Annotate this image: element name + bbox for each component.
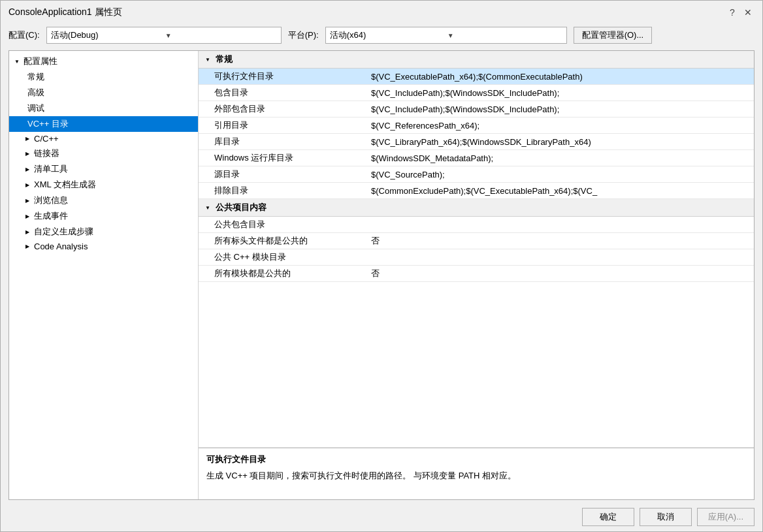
prop-reference-path[interactable]: 引用目录 $(VC_ReferencesPath_x64); [199, 117, 754, 134]
sidebar-item-linker[interactable]: 链接器 [9, 146, 198, 161]
prop-all-modules-public-value: 否 [371, 268, 749, 279]
sidebar-item-xml[interactable]: XML 文档生成器 [9, 177, 198, 193]
config-dropdown-arrow: ▼ [165, 32, 277, 39]
sidebar-item-browser[interactable]: 浏览信息 [9, 193, 198, 208]
sidebar-item-build-events[interactable]: 生成事件 [9, 208, 198, 224]
content-panel: 常规 可执行文件目录 $(VC_ExecutablePath_x64);$(Co… [199, 51, 754, 499]
sidebar-item-general-label: 常规 [27, 72, 44, 82]
sidebar-item-vcpp[interactable]: VC++ 目录 [9, 116, 198, 132]
description-title: 可执行文件目录 [206, 454, 746, 465]
prop-exclude-path-name: 排除目录 [214, 185, 371, 196]
close-button[interactable]: ✕ [741, 6, 755, 19]
section-general-label: 常规 [216, 54, 233, 65]
prop-external-include-name: 外部包含目录 [214, 103, 371, 115]
sidebar-item-advanced[interactable]: 高级 [9, 85, 198, 101]
sidebar-linker-triangle [24, 149, 31, 157]
section-public-triangle [204, 204, 212, 211]
dialog-title: ConsoleApplication1 属性页 [8, 7, 122, 18]
prop-executable-path[interactable]: 可执行文件目录 $(VC_ExecutablePath_x64);$(Commo… [199, 69, 754, 85]
help-button[interactable]: ? [726, 6, 739, 19]
prop-exclude-path-value: $(CommonExcludePath);$(VC_ExecutablePath… [371, 186, 749, 196]
sidebar-cpp-triangle [24, 135, 31, 143]
prop-winrt-path-value: $(WindowsSDK_MetadataPath); [371, 153, 749, 163]
section-public-label: 公共项目内容 [216, 202, 267, 213]
config-bar: 配置(C): 活动(Debug) ▼ 平台(P): 活动(x64) ▼ 配置管理… [1, 23, 762, 48]
prop-exclude-path[interactable]: 排除目录 $(CommonExcludePath);$(VC_Executabl… [199, 183, 754, 199]
prop-include-path-value: $(VC_IncludePath);$(WindowsSDK_IncludePa… [371, 88, 749, 98]
main-content: 配置属性 常规 高级 调试 VC++ 目录 C/C++ 链接器 [8, 50, 755, 500]
sidebar-root-label: 配置属性 [24, 55, 57, 67]
prop-all-headers-public[interactable]: 所有标头文件都是公共的 否 [199, 233, 754, 249]
prop-library-path[interactable]: 库目录 $(VC_LibraryPath_x64);$(WindowsSDK_L… [199, 134, 754, 150]
sidebar: 配置属性 常规 高级 调试 VC++ 目录 C/C++ 链接器 [9, 51, 199, 499]
sidebar-item-xml-label: XML 文档生成器 [34, 179, 96, 191]
prop-public-module-dir[interactable]: 公共 C++ 模块目录 [199, 249, 754, 266]
sidebar-browser-triangle [24, 196, 31, 204]
prop-include-path-name: 包含目录 [214, 87, 371, 99]
sidebar-code-analysis-triangle [24, 243, 31, 251]
prop-library-path-value: $(VC_LibraryPath_x64);$(WindowsSDK_Libra… [371, 137, 749, 147]
sidebar-build-events-triangle [24, 212, 31, 220]
sidebar-item-advanced-label: 高级 [27, 87, 44, 97]
prop-external-include-value: $(VC_IncludePath);$(WindowsSDK_IncludePa… [371, 104, 749, 114]
sidebar-item-custom-build[interactable]: 自定义生成步骤 [9, 224, 198, 240]
sidebar-item-cleaner[interactable]: 清单工具 [9, 161, 198, 177]
config-value: 活动(Debug) [51, 29, 163, 41]
sidebar-item-debug-label: 调试 [27, 103, 44, 113]
sidebar-cleaner-triangle [24, 165, 31, 173]
section-general-triangle [204, 55, 212, 63]
prop-include-path[interactable]: 包含目录 $(VC_IncludePath);$(WindowsSDK_Incl… [199, 85, 754, 101]
sidebar-custom-build-triangle [24, 228, 31, 236]
sidebar-item-code-analysis[interactable]: Code Analysis [9, 240, 198, 253]
config-label: 配置(C): [8, 29, 40, 41]
sidebar-item-cleaner-label: 清单工具 [34, 163, 68, 175]
config-manager-button[interactable]: 配置管理器(O)... [574, 27, 653, 44]
prop-library-path-name: 库目录 [214, 136, 371, 148]
sidebar-item-code-analysis-label: Code Analysis [34, 242, 88, 251]
sidebar-item-vcpp-label: VC++ 目录 [27, 119, 69, 129]
section-general-header[interactable]: 常规 [199, 51, 754, 69]
prop-reference-path-value: $(VC_ReferencesPath_x64); [371, 121, 749, 131]
section-public-header[interactable]: 公共项目内容 [199, 199, 754, 217]
sidebar-item-build-events-label: 生成事件 [34, 210, 68, 222]
prop-all-modules-public-name: 所有模块都是公共的 [214, 268, 371, 279]
title-bar-right: ? ✕ [726, 6, 755, 19]
cancel-button[interactable]: 取消 [640, 508, 692, 526]
config-dropdown[interactable]: 活动(Debug) ▼ [46, 27, 282, 44]
prop-source-path-name: 源目录 [214, 168, 371, 180]
prop-winrt-path[interactable]: Windows 运行库目录 $(WindowsSDK_MetadataPath)… [199, 150, 754, 166]
prop-winrt-path-name: Windows 运行库目录 [214, 152, 371, 164]
sidebar-root-triangle [13, 57, 21, 65]
apply-button[interactable]: 应用(A)... [697, 508, 755, 526]
prop-executable-path-value: $(VC_ExecutablePath_x64);$(CommonExecuta… [371, 72, 749, 82]
sidebar-item-cpp[interactable]: C/C++ [9, 132, 198, 146]
prop-public-include[interactable]: 公共包含目录 [199, 217, 754, 233]
title-bar-left: ConsoleApplication1 属性页 [8, 7, 122, 18]
sidebar-item-cpp-label: C/C++ [34, 134, 59, 144]
prop-reference-path-name: 引用目录 [214, 119, 371, 131]
properties-dialog: ConsoleApplication1 属性页 ? ✕ 配置(C): 活动(De… [0, 0, 763, 532]
description-panel: 可执行文件目录 生成 VC++ 项目期间，搜索可执行文件时使用的路径。 与环境变… [199, 447, 754, 499]
prop-external-include[interactable]: 外部包含目录 $(VC_IncludePath);$(WindowsSDK_In… [199, 101, 754, 117]
sidebar-xml-triangle [24, 181, 31, 189]
prop-source-path-value: $(VC_SourcePath); [371, 170, 749, 180]
platform-label: 平台(P): [288, 29, 319, 41]
sidebar-item-linker-label: 链接器 [34, 148, 59, 159]
sidebar-item-debug[interactable]: 调试 [9, 101, 198, 116]
platform-value: 活动(x64) [330, 29, 445, 41]
ok-button[interactable]: 确定 [582, 508, 634, 526]
sidebar-item-browser-label: 浏览信息 [34, 195, 68, 206]
properties-table: 常规 可执行文件目录 $(VC_ExecutablePath_x64);$(Co… [199, 51, 754, 447]
platform-dropdown[interactable]: 活动(x64) ▼ [325, 27, 567, 44]
description-text: 生成 VC++ 项目期间，搜索可执行文件时使用的路径。 与环境变量 PATH 相… [206, 469, 746, 482]
sidebar-item-general[interactable]: 常规 [9, 69, 198, 85]
footer: 确定 取消 应用(A)... [1, 503, 762, 531]
prop-source-path[interactable]: 源目录 $(VC_SourcePath); [199, 166, 754, 183]
sidebar-root[interactable]: 配置属性 [9, 54, 198, 69]
prop-all-modules-public[interactable]: 所有模块都是公共的 否 [199, 266, 754, 282]
title-bar: ConsoleApplication1 属性页 ? ✕ [1, 1, 762, 23]
prop-executable-path-name: 可执行文件目录 [214, 70, 371, 82]
prop-all-headers-public-value: 否 [371, 235, 749, 247]
prop-public-module-dir-name: 公共 C++ 模块目录 [214, 251, 371, 263]
prop-all-headers-public-name: 所有标头文件都是公共的 [214, 235, 371, 247]
